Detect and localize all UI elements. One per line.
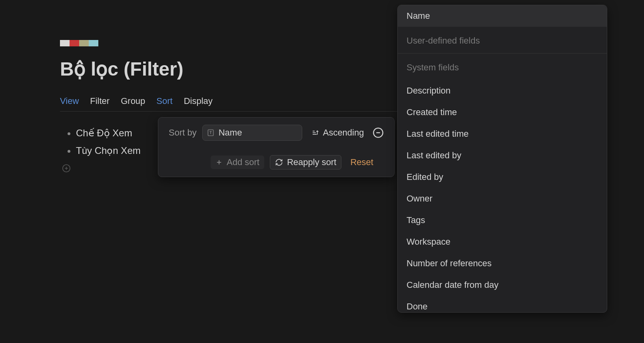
reapply-sort-button[interactable]: Reapply sort [270,155,342,170]
sort-by-label: Sort by [169,128,197,138]
dropdown-item[interactable]: Created time [398,102,607,123]
sort-popover: Sort by Name Ascending [158,117,395,177]
add-sort-button[interactable]: Add sort [211,156,264,169]
plus-circle-icon [62,164,71,173]
sort-field-label: Name [219,128,242,138]
dropdown-item[interactable]: Calendar date from day [398,274,607,296]
tab-filter[interactable]: Filter [90,96,110,106]
dropdown-header-system-fields: System fields [398,53,607,80]
remove-sort-button[interactable] [373,127,384,138]
refresh-icon [275,158,283,166]
sort-rule-row: Sort by Name Ascending [169,125,384,141]
field-dropdown: Name User-defined fields System fields D… [397,5,607,313]
reset-sort-button[interactable]: Reset [347,156,376,169]
sort-field-selector[interactable]: Name [202,125,302,141]
add-item-button[interactable] [62,164,71,173]
tab-sort[interactable]: Sort [156,96,172,106]
dropdown-item[interactable]: Tags [398,209,607,231]
dropdown-item[interactable]: Number of references [398,253,607,274]
sort-ascending-icon [311,129,319,137]
text-field-icon [207,129,215,137]
dropdown-item[interactable]: Done [398,296,607,313]
dropdown-item[interactable]: Last edited time [398,123,607,145]
sort-direction-label: Ascending [323,128,364,138]
dropdown-item[interactable]: Description [398,80,607,102]
minus-circle-icon [373,127,384,138]
dropdown-item[interactable]: Owner [398,188,607,209]
dropdown-header-user-defined: User-defined fields [398,27,607,53]
dropdown-item[interactable]: Edited by [398,166,607,188]
dropdown-item[interactable]: Last edited by [398,145,607,166]
sort-actions-row: Add sort Reapply sort Reset [169,155,384,170]
dropdown-item[interactable]: Workspace [398,231,607,253]
tab-display[interactable]: Display [184,96,213,106]
plus-icon [215,159,223,166]
tab-group[interactable]: Group [121,96,145,106]
tab-view[interactable]: View [60,96,79,106]
dropdown-item-name[interactable]: Name [398,5,607,27]
sort-direction-button[interactable]: Ascending [308,126,367,140]
